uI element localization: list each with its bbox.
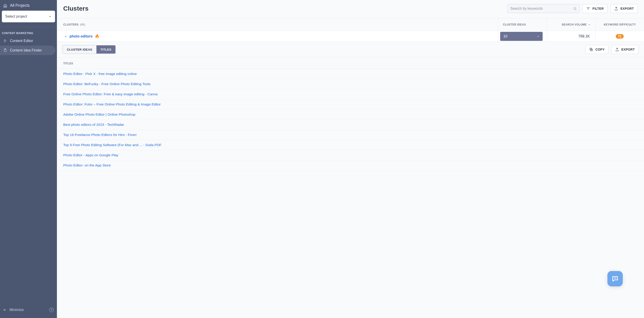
cluster-name-cell[interactable]: photo editors 🔥 (57, 31, 498, 42)
export-button[interactable]: EXPORT (610, 4, 638, 13)
title-row: Free Online Photo Editor: Free & easy im… (57, 89, 644, 100)
title-row: Best photo editors of 2023 - TechRadar (57, 120, 644, 130)
page-header: Clusters FILTER EXPORT (57, 0, 644, 18)
title-link[interactable]: Photo Editor - Apps on Google Play (63, 153, 118, 157)
title-link[interactable]: Adobe Online Photo Editor | Online Photo… (63, 112, 135, 116)
search-volume-value: 769.1K (578, 34, 590, 38)
sidebar-footer: Minimize ? (0, 304, 57, 318)
title-row: Photo Editor : Pixlr X - free image edit… (57, 69, 644, 79)
title-link[interactable]: Photo Editor- on the App Store (63, 163, 111, 167)
title-link[interactable]: Top 9 Free Photo Editing Software (For M… (63, 143, 162, 147)
home-icon (3, 4, 7, 8)
tab-titles[interactable]: TITLES (96, 46, 116, 54)
cluster-ideas-cell: 10 (498, 31, 547, 42)
project-select-placeholder: Select project (5, 14, 27, 18)
flame-icon: 🔥 (95, 34, 99, 38)
title-row: Photo Editor- on the App Store (57, 160, 644, 170)
all-projects-link[interactable]: All Projects (0, 2, 57, 10)
title-link[interactable]: Best photo editors of 2023 - TechRadar (63, 123, 124, 126)
editor-icon (3, 39, 7, 43)
title-row: Photo Editor: Fotor – Free Online Photo … (57, 100, 644, 110)
titles-column-header: TITLES (57, 57, 644, 69)
title-row: Adobe Online Photo Editor | Online Photo… (57, 110, 644, 120)
nav-label: Content Editor (10, 39, 33, 43)
title-link[interactable]: Photo Editor: BeFunky - Free Online Phot… (63, 82, 150, 86)
title-row: Top 9 Free Photo Editing Software (For M… (57, 140, 644, 150)
page-title: Clusters (63, 5, 88, 12)
chevron-down-icon (588, 23, 591, 26)
nav-label: Content Idea Finder (10, 48, 42, 52)
sub-export-label: EXPORT (622, 48, 635, 51)
chat-icon (612, 275, 619, 282)
chevron-down-icon (48, 15, 52, 18)
cluster-name[interactable]: photo editors (70, 34, 92, 38)
tab-cluster-ideas[interactable]: CLUSTER IDEAS (63, 46, 96, 54)
svg-line-7 (576, 9, 576, 10)
arrow-left-icon (3, 308, 7, 312)
copy-label: COPY (596, 48, 605, 51)
copy-button[interactable]: COPY (585, 45, 608, 54)
title-row: Photo Editor - Apps on Google Play (57, 150, 644, 160)
help-button[interactable]: ? (49, 308, 54, 312)
section-label: CONTENT MARKETING (0, 29, 57, 36)
title-row: Top 16 Freelance Photo Editors for Hire … (57, 130, 644, 140)
kd-badge: 71 (616, 34, 624, 38)
copy-icon (589, 48, 593, 52)
minimize-button[interactable]: Minimize (3, 308, 24, 312)
ideas-value: 10 (503, 34, 508, 38)
sub-export-button[interactable]: EXPORT (611, 45, 638, 54)
cluster-sub-toolbar: CLUSTER IDEAS TITLES COPY EXPORT (57, 42, 644, 57)
main: Clusters FILTER EXPORT CLUSTERS (45) CL (57, 0, 644, 318)
th-search-volume[interactable]: SEARCH VOLUME (547, 18, 596, 31)
filter-button[interactable]: FILTER (582, 4, 608, 13)
help-glyph: ? (50, 308, 52, 312)
cluster-ideas-select[interactable]: 10 (500, 32, 542, 41)
header-actions: FILTER EXPORT (508, 4, 638, 13)
th-cluster-ideas: CLUSTER IDEAS (498, 18, 547, 31)
title-link[interactable]: Free Online Photo Editor: Free & easy im… (63, 92, 158, 96)
title-link[interactable]: Photo Editor: Fotor – Free Online Photo … (63, 102, 161, 106)
title-link[interactable]: Photo Editor : Pixlr X - free image edit… (63, 72, 137, 76)
titles-list: Photo Editor : Pixlr X - free image edit… (57, 69, 644, 170)
search-box[interactable] (508, 4, 580, 13)
clipboard-icon (3, 48, 7, 52)
search-input[interactable] (510, 6, 573, 10)
th-keyword-difficulty: KEYWORD DIFFICULTY (596, 18, 644, 31)
sub-actions: COPY EXPORT (585, 45, 638, 54)
export-icon (615, 48, 619, 52)
table-head: CLUSTERS (45) CLUSTER IDEAS SEARCH VOLUM… (57, 18, 644, 31)
export-icon (614, 6, 618, 10)
clusters-table: CLUSTERS (45) CLUSTER IDEAS SEARCH VOLUM… (57, 18, 644, 170)
chevron-down-icon (64, 35, 67, 38)
nav-content-editor[interactable]: Content Editor (0, 36, 57, 46)
chevron-up-icon (537, 35, 540, 38)
project-select[interactable]: Select project (2, 10, 55, 22)
title-link[interactable]: Top 16 Freelance Photo Editors for Hire … (63, 133, 137, 137)
kd-cell: 71 (596, 31, 644, 42)
sidebar-top: All Projects Select project (0, 0, 57, 27)
search-icon (573, 7, 577, 10)
filter-label: FILTER (592, 7, 604, 10)
search-volume-cell: 769.1K (547, 31, 596, 42)
tab-segment: CLUSTER IDEAS TITLES (62, 45, 116, 54)
export-label: EXPORT (620, 7, 634, 10)
minimize-label: Minimize (10, 308, 24, 312)
title-row: Photo Editor: BeFunky - Free Online Phot… (57, 79, 644, 89)
filter-icon (586, 6, 590, 10)
th-clusters: CLUSTERS (45) (57, 18, 498, 31)
all-projects-label: All Projects (10, 3, 30, 8)
nav-content-idea-finder[interactable]: Content Idea Finder (0, 46, 56, 55)
chat-fab[interactable] (608, 271, 623, 286)
cluster-row[interactable]: photo editors 🔥 10 769.1K 71 (57, 31, 644, 42)
svg-point-6 (574, 8, 576, 10)
sidebar: All Projects Select project CONTENT MARK… (0, 0, 57, 318)
